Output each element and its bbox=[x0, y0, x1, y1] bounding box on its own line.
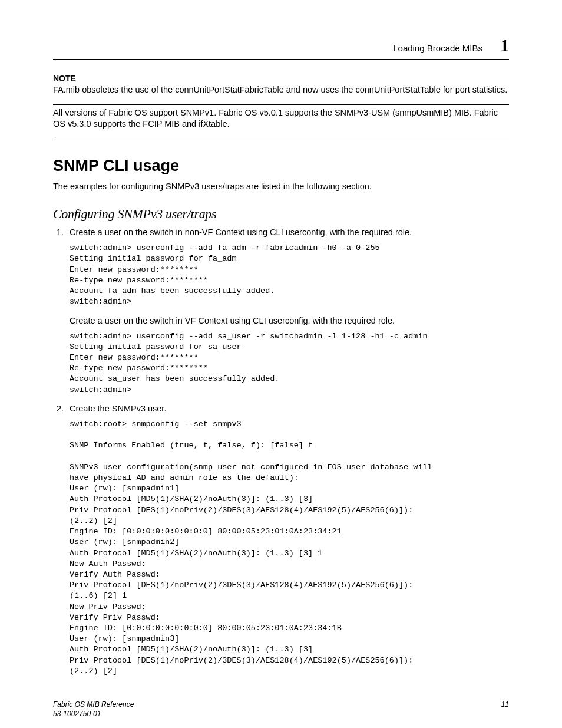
code-block: switch:root> snmpconfig --set snmpv3 SNM… bbox=[70, 419, 509, 677]
header-section-title: Loading Brocade MIBs bbox=[393, 43, 482, 53]
page-footer: Fabric OS MIB Reference 53-1002750-01 11 bbox=[53, 700, 509, 719]
page-header: Loading Brocade MIBs 1 bbox=[53, 35, 509, 60]
code-block: switch:admin> userconfig --add sa_user -… bbox=[70, 331, 509, 396]
subsection-heading: Configuring SNMPv3 user/traps bbox=[53, 206, 509, 222]
step-text: Create a user on the switch in non-VF Co… bbox=[70, 228, 412, 237]
document-page: Loading Brocade MIBs 1 NOTE FA.mib obsol… bbox=[0, 0, 562, 728]
step-text: Create the SNMPv3 user. bbox=[70, 404, 166, 413]
step-sub-text: Create a user on the switch in VF Contex… bbox=[70, 316, 509, 325]
step-item: Create the SNMPv3 user. switch:root> snm… bbox=[66, 404, 509, 677]
footer-doc-title: Fabric OS MIB Reference bbox=[53, 700, 134, 709]
divider bbox=[53, 104, 509, 105]
section-heading: SNMP CLI usage bbox=[53, 157, 509, 175]
footer-left: Fabric OS MIB Reference 53-1002750-01 bbox=[53, 700, 134, 719]
footer-page-number: 11 bbox=[501, 700, 509, 719]
divider bbox=[53, 139, 509, 139]
step-list: Create a user on the switch in non-VF Co… bbox=[53, 228, 509, 677]
note-label: NOTE bbox=[53, 74, 509, 83]
section-intro: The examples for configuring SNMPv3 user… bbox=[53, 181, 509, 193]
footer-doc-id: 53-1002750-01 bbox=[53, 710, 101, 718]
step-item: Create a user on the switch in non-VF Co… bbox=[66, 228, 509, 396]
code-block: switch:admin> userconfig --add fa_adm -r… bbox=[70, 243, 509, 307]
note-text: FA.mib obsoletes the use of the connUnit… bbox=[53, 84, 509, 96]
intro-paragraph: All versions of Fabric OS support SNMPv1… bbox=[53, 107, 509, 130]
chapter-number: 1 bbox=[500, 35, 509, 55]
